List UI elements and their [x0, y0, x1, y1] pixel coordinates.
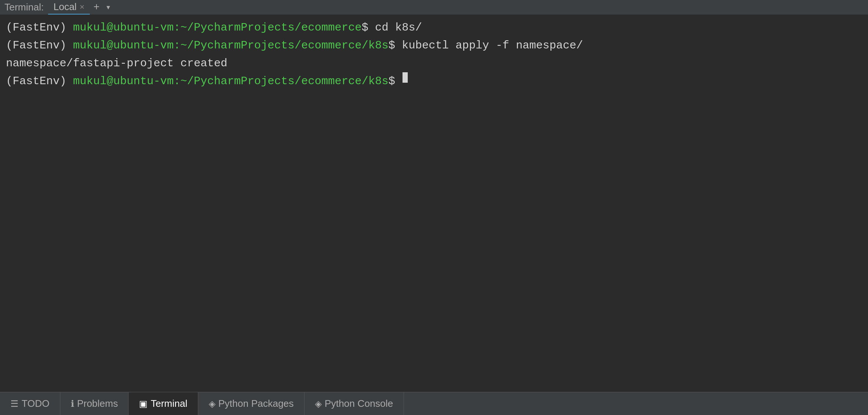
tab-todo-label: TODO	[22, 398, 50, 409]
prompt-user-host: mukul@ubuntu-vm:~/PycharmProjects/ecomme…	[73, 37, 388, 54]
prompt-dollar: $ kubectl apply -f namespace/	[388, 37, 583, 54]
terminal-tab-bar: Terminal: Local × + ▾	[0, 0, 868, 15]
terminal-line-active[interactable]: (FastEnv) mukul@ubuntu-vm:~/PycharmProje…	[6, 72, 862, 90]
prompt-env: (FastEnv)	[6, 37, 73, 54]
tab-python-packages-label: Python Packages	[218, 398, 294, 409]
command-output: namespace/fastapi-project created	[6, 54, 227, 72]
terminal-label: Terminal:	[4, 1, 44, 13]
terminal-line: (FastEnv) mukul@ubuntu-vm:~/PycharmProje…	[6, 19, 862, 37]
tab-dropdown-button[interactable]: ▾	[104, 2, 112, 13]
prompt-env: (FastEnv)	[6, 72, 73, 90]
terminal-line: namespace/fastapi-project created	[6, 54, 862, 72]
tab-problems[interactable]: ℹ Problems	[60, 392, 129, 415]
prompt-user-host: mukul@ubuntu-vm:~/PycharmProjects/ecomme…	[73, 19, 362, 37]
bottom-bar: ☰ TODO ℹ Problems ▣ Terminal ◈ Python Pa…	[0, 392, 868, 415]
terminal-icon: ▣	[139, 399, 148, 409]
local-tab-label: Local	[53, 1, 76, 13]
tab-python-packages[interactable]: ◈ Python Packages	[198, 392, 304, 415]
local-tab[interactable]: Local ×	[48, 0, 89, 15]
close-tab-button[interactable]: ×	[80, 2, 85, 12]
tab-problems-label: Problems	[77, 398, 118, 409]
tab-terminal-label: Terminal	[151, 398, 187, 409]
add-tab-button[interactable]: +	[91, 1, 102, 13]
prompt-dollar: $ cd k8s/	[362, 19, 422, 37]
prompt-dollar: $	[388, 72, 402, 90]
problems-icon: ℹ	[71, 399, 74, 409]
tab-todo[interactable]: ☰ TODO	[0, 392, 60, 415]
prompt-env: (FastEnv)	[6, 19, 73, 37]
todo-icon: ☰	[10, 399, 19, 409]
terminal-content: (FastEnv) mukul@ubuntu-vm:~/PycharmProje…	[0, 15, 868, 392]
python-packages-icon: ◈	[209, 399, 215, 409]
terminal-cursor	[403, 72, 408, 83]
prompt-user-host: mukul@ubuntu-vm:~/PycharmProjects/ecomme…	[73, 72, 388, 90]
terminal-line: (FastEnv) mukul@ubuntu-vm:~/PycharmProje…	[6, 37, 862, 54]
tab-terminal[interactable]: ▣ Terminal	[129, 392, 198, 415]
tab-python-console[interactable]: ◈ Python Console	[304, 392, 404, 415]
tab-python-console-label: Python Console	[325, 398, 393, 409]
python-console-icon: ◈	[315, 399, 322, 409]
